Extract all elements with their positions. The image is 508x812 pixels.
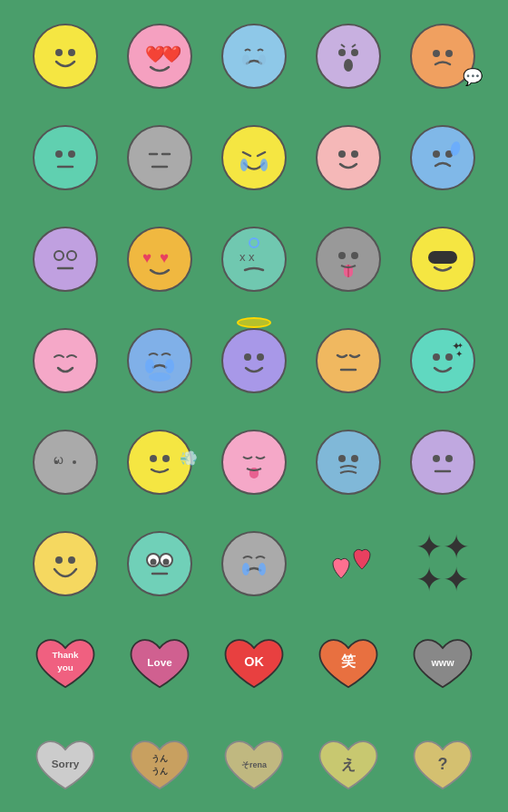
svg-text:え: え bbox=[341, 756, 356, 772]
svg-point-70 bbox=[242, 563, 249, 575]
cell-2-4[interactable] bbox=[303, 109, 394, 207]
svg-text:うん: うん bbox=[151, 767, 168, 776]
svg-text:うん: うん bbox=[151, 754, 168, 763]
svg-line-9 bbox=[341, 44, 345, 47]
emoji-grid: ❤️ ❤️ bbox=[13, 0, 495, 812]
svg-point-67 bbox=[151, 559, 157, 566]
svg-point-14 bbox=[68, 150, 75, 158]
face-gray-blank bbox=[127, 125, 192, 190]
cell-4-1[interactable] bbox=[20, 312, 111, 410]
face-purple-angel bbox=[221, 328, 287, 393]
cell-8-5[interactable]: ? bbox=[397, 718, 488, 812]
face-purple-calm bbox=[33, 227, 98, 292]
cell-1-3[interactable] bbox=[209, 7, 299, 105]
svg-point-1 bbox=[68, 49, 75, 56]
cell-2-5[interactable] bbox=[397, 109, 488, 207]
heart-question: ? bbox=[410, 738, 475, 797]
svg-point-22 bbox=[260, 159, 268, 171]
cell-8-2[interactable]: うん うん bbox=[114, 718, 205, 812]
cell-4-3[interactable] bbox=[209, 312, 299, 410]
cell-7-3[interactable]: OK bbox=[209, 616, 299, 714]
svg-point-7 bbox=[351, 49, 358, 56]
cell-8-4[interactable]: え bbox=[303, 718, 394, 812]
svg-text:❤️: ❤️ bbox=[161, 44, 182, 64]
svg-point-56 bbox=[162, 455, 170, 462]
cell-1-1[interactable] bbox=[20, 7, 111, 105]
svg-point-23 bbox=[338, 150, 346, 158]
svg-point-71 bbox=[259, 563, 266, 575]
svg-text:Thank: Thank bbox=[52, 650, 79, 660]
svg-text:x x: x x bbox=[239, 250, 255, 264]
svg-point-5 bbox=[259, 54, 266, 65]
cell-4-2[interactable] bbox=[114, 312, 205, 410]
face-yellow-sunglasses bbox=[410, 227, 475, 292]
cell-3-1[interactable] bbox=[20, 210, 111, 308]
svg-point-13 bbox=[55, 150, 63, 158]
cell-6-4[interactable] bbox=[303, 515, 394, 613]
cell-6-2[interactable] bbox=[114, 515, 205, 613]
svg-rect-39 bbox=[428, 251, 457, 264]
svg-point-58 bbox=[338, 455, 346, 462]
svg-text:you: you bbox=[57, 662, 73, 672]
cell-7-2[interactable]: Love bbox=[114, 616, 205, 714]
heart-sorry: Sorry bbox=[33, 738, 98, 797]
svg-point-28 bbox=[54, 251, 64, 260]
cell-7-1[interactable]: Thank you bbox=[20, 616, 111, 714]
face-yellow-smile bbox=[33, 24, 98, 89]
face-teal-bigeyes bbox=[127, 531, 192, 596]
cell-5-2[interactable]: 💨 bbox=[114, 413, 205, 511]
face-pink-sleepy bbox=[33, 328, 98, 393]
svg-point-42 bbox=[165, 359, 174, 373]
face-mint-sparkle: ✦ ✦ ✦ bbox=[410, 328, 475, 393]
heart-warai: 笑 bbox=[316, 636, 381, 695]
svg-point-64 bbox=[68, 556, 75, 564]
cell-2-3[interactable] bbox=[209, 109, 299, 207]
sparkles-icon: ✦✦✦✦ bbox=[415, 531, 470, 596]
svg-point-11 bbox=[433, 50, 440, 57]
cell-2-2[interactable] bbox=[114, 109, 205, 207]
face-lavender-blank bbox=[410, 430, 475, 495]
heart-thankyou: Thank you bbox=[33, 636, 98, 695]
face-yellow-breath: 💨 bbox=[127, 430, 192, 495]
svg-point-43 bbox=[149, 372, 171, 382]
svg-point-54 bbox=[73, 460, 76, 464]
cell-6-1[interactable] bbox=[20, 515, 111, 613]
cell-1-4[interactable] bbox=[303, 7, 394, 105]
svg-point-44 bbox=[244, 353, 251, 361]
cell-7-5[interactable]: www bbox=[397, 616, 488, 714]
cell-5-5[interactable] bbox=[397, 413, 488, 511]
cell-8-3[interactable]: そrena bbox=[209, 718, 299, 812]
cell-1-2[interactable]: ❤️ ❤️ bbox=[114, 7, 205, 105]
cell-3-5[interactable] bbox=[397, 210, 488, 308]
cell-2-1[interactable] bbox=[20, 109, 111, 207]
cell-3-2[interactable]: ♥ ♥ bbox=[114, 210, 205, 308]
svg-point-36 bbox=[351, 252, 358, 259]
svg-point-34 bbox=[249, 238, 259, 247]
heart-e: え bbox=[316, 738, 381, 797]
face-lightpink-smile bbox=[316, 125, 381, 190]
heart-love: Love bbox=[127, 636, 192, 695]
cell-4-4[interactable] bbox=[303, 312, 394, 410]
face-gray-uwu: ω bbox=[33, 430, 98, 495]
svg-point-0 bbox=[55, 49, 63, 56]
cell-1-5[interactable]: 💬 bbox=[397, 7, 488, 105]
face-gold-hearteyes: ♥ ♥ bbox=[127, 227, 192, 292]
cell-6-5[interactable]: ✦✦✦✦ bbox=[397, 515, 488, 613]
heart-un: うん うん bbox=[127, 738, 192, 797]
cell-5-3[interactable] bbox=[209, 413, 299, 511]
face-blue-grimace bbox=[316, 430, 381, 495]
svg-point-8 bbox=[344, 59, 353, 72]
cell-5-1[interactable]: ω bbox=[20, 413, 111, 511]
face-yellow-bigsmile bbox=[33, 531, 98, 596]
cell-7-4[interactable]: 笑 bbox=[303, 616, 394, 714]
cell-4-5[interactable]: ✦ ✦ ✦ bbox=[397, 312, 488, 410]
svg-text:Love: Love bbox=[147, 656, 172, 668]
cell-5-4[interactable] bbox=[303, 413, 394, 511]
svg-point-35 bbox=[338, 252, 346, 259]
svg-point-21 bbox=[240, 159, 248, 171]
svg-point-63 bbox=[55, 556, 63, 564]
cell-8-1[interactable]: Sorry bbox=[20, 718, 111, 812]
cell-3-3[interactable]: x x bbox=[209, 210, 299, 308]
cell-3-4[interactable] bbox=[303, 210, 394, 308]
cell-6-3[interactable] bbox=[209, 515, 299, 613]
